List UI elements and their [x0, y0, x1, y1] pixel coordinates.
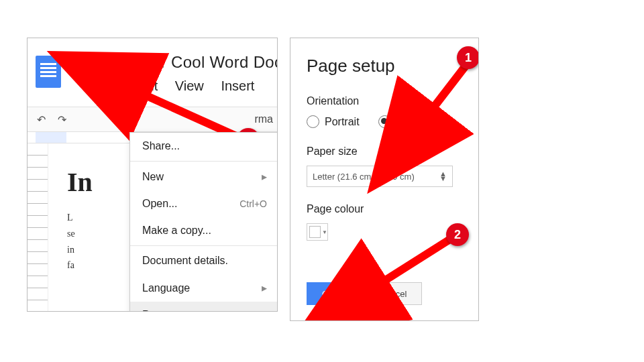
menu-language[interactable]: Language▸	[130, 274, 278, 302]
menu-share[interactable]: Share...	[130, 133, 278, 160]
undo-icon[interactable]: ↶	[37, 113, 46, 126]
menu-page-setup[interactable]: Page setup...	[130, 302, 278, 312]
chevron-right-icon: ▸	[262, 282, 267, 294]
menu-new[interactable]: New▸	[130, 163, 278, 190]
file-dropdown: Share... New▸ Open...Ctrl+O Make a copy.…	[129, 132, 278, 312]
radio-icon	[307, 115, 319, 128]
stepper-icon: ▲▼	[439, 172, 447, 181]
page-setup-dialog: Page setup Orientation Portrait Landscap…	[290, 38, 479, 321]
annotation-badge-1: 1	[457, 46, 479, 69]
titlebar: My Super Cool Word Doc File Edit View In…	[28, 38, 277, 107]
vertical-ruler	[28, 143, 48, 312]
menu-make-copy[interactable]: Make a copy...	[130, 217, 278, 244]
menu-open[interactable]: Open...Ctrl+O	[130, 190, 278, 217]
annotation-badge-2: 2	[446, 223, 469, 246]
google-docs-window: My Super Cool Word Doc File Edit View In…	[27, 38, 278, 312]
cancel-button[interactable]: Cancel	[364, 282, 422, 305]
menu-file[interactable]: File	[96, 78, 117, 94]
menubar: File Edit View Insert For	[96, 78, 277, 109]
colour-swatch	[309, 226, 321, 238]
shortcut-label: Ctrl+O	[239, 198, 267, 209]
ok-button[interactable]: OK	[307, 282, 351, 305]
menu-insert[interactable]: Insert	[221, 78, 254, 94]
radio-landscape[interactable]: Landscape	[378, 115, 449, 128]
select-value: Letter (21.6 cm x 27.9 cm)	[313, 172, 415, 182]
orientation-label: Orientation	[307, 95, 462, 107]
dialog-title: Page setup	[307, 56, 462, 76]
page-colour-picker[interactable]: ▼	[307, 223, 328, 241]
page-colour-label: Page colour	[307, 203, 462, 215]
menu-view[interactable]: View	[175, 78, 204, 94]
toolbar-fragment: rma	[254, 113, 273, 125]
radio-icon	[378, 115, 391, 128]
menu-edit[interactable]: Edit	[135, 78, 158, 94]
document-title[interactable]: My Super Cool Word Doc	[96, 53, 277, 72]
radio-portrait[interactable]: Portrait	[307, 115, 360, 128]
redo-icon[interactable]: ↷	[58, 113, 66, 126]
paper-size-label: Paper size	[307, 145, 462, 158]
radio-label: Portrait	[325, 116, 360, 128]
paper-size-select[interactable]: Letter (21.6 cm x 27.9 cm) ▲▼	[307, 166, 453, 187]
chevron-down-icon: ▼	[322, 229, 327, 235]
chevron-right-icon: ▸	[262, 170, 267, 183]
google-docs-icon	[36, 56, 61, 88]
toolbar: ↶ ↷ rma	[28, 107, 277, 132]
menu-doc-details[interactable]: Document details.	[130, 247, 278, 274]
radio-label: Landscape	[396, 116, 449, 128]
